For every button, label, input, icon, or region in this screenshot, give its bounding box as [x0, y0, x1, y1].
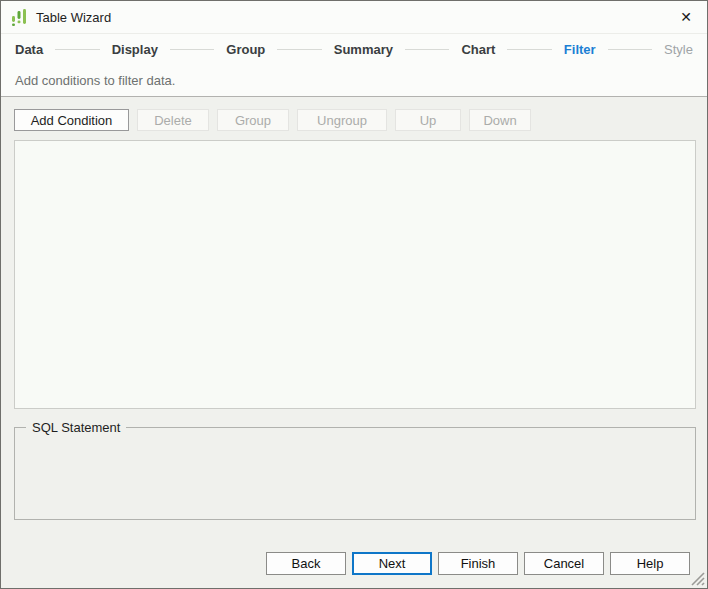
- step-connector: [608, 49, 652, 50]
- up-button[interactable]: Up: [395, 109, 461, 131]
- sql-statement-legend: SQL Statement: [26, 420, 126, 435]
- wizard-step-bar: Data Display Group Summary Chart Filter …: [1, 34, 707, 64]
- step-summary[interactable]: Summary: [334, 42, 393, 57]
- close-icon: ✕: [680, 9, 692, 25]
- conditions-list[interactable]: [14, 140, 696, 409]
- ungroup-button[interactable]: Ungroup: [297, 109, 387, 131]
- next-button[interactable]: Next: [352, 552, 432, 575]
- step-filter[interactable]: Filter: [564, 42, 596, 57]
- step-connector: [55, 49, 99, 50]
- step-connector: [507, 49, 551, 50]
- step-style[interactable]: Style: [664, 42, 693, 57]
- group-button[interactable]: Group: [217, 109, 289, 131]
- close-button[interactable]: ✕: [665, 1, 707, 33]
- step-connector: [170, 49, 214, 50]
- title-bar: Table Wizard ✕: [1, 1, 707, 34]
- add-condition-button[interactable]: Add Condition: [14, 109, 129, 131]
- step-description-text: Add conditions to filter data.: [15, 73, 175, 88]
- step-data[interactable]: Data: [15, 42, 43, 57]
- cancel-button[interactable]: Cancel: [524, 552, 604, 575]
- back-button[interactable]: Back: [266, 552, 346, 575]
- step-group[interactable]: Group: [226, 42, 265, 57]
- step-connector: [277, 49, 321, 50]
- table-wizard-dialog: Table Wizard ✕ Data Display Group Summar…: [0, 0, 708, 589]
- down-button[interactable]: Down: [469, 109, 531, 131]
- finish-button[interactable]: Finish: [438, 552, 518, 575]
- delete-button[interactable]: Delete: [137, 109, 209, 131]
- chart-bars-icon: [11, 8, 28, 27]
- window-title: Table Wizard: [36, 10, 111, 25]
- wizard-footer: Back Next Finish Cancel Help: [1, 552, 707, 588]
- step-chart[interactable]: Chart: [461, 42, 495, 57]
- help-button[interactable]: Help: [610, 552, 690, 575]
- step-description: Add conditions to filter data.: [1, 64, 707, 97]
- resize-grip-icon[interactable]: [690, 571, 705, 586]
- sql-statement-group: SQL Statement: [14, 420, 696, 520]
- step-connector: [405, 49, 449, 50]
- filter-toolbar: Add Condition Delete Group Ungroup Up Do…: [1, 97, 707, 140]
- step-display[interactable]: Display: [112, 42, 158, 57]
